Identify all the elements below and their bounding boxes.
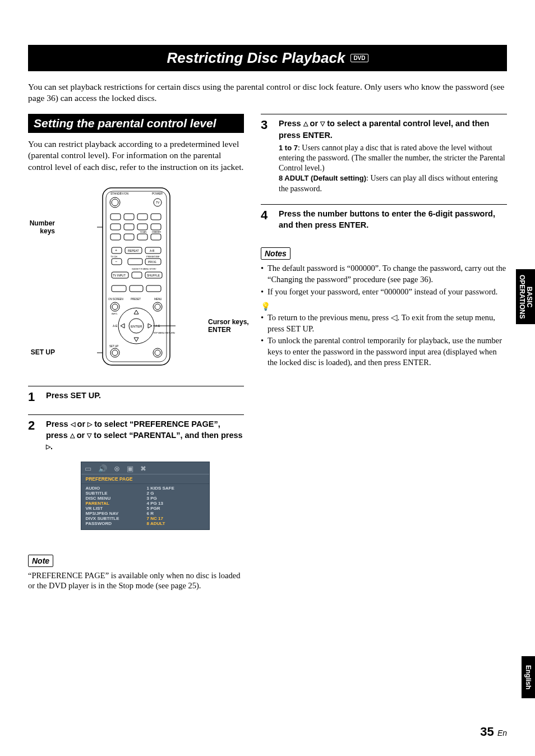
svg-marker-57 xyxy=(121,324,124,328)
svg-point-62 xyxy=(110,348,119,357)
section-header: Setting the parental control level xyxy=(28,114,244,133)
svg-rect-11 xyxy=(151,214,161,220)
svg-text:TV: TV xyxy=(156,201,160,204)
svg-rect-17 xyxy=(124,234,134,240)
svg-text:GUIDE   P.TV  MENU   STORY: GUIDE P.TV MENU STORY xyxy=(132,268,156,270)
tab-icon: ✖ xyxy=(140,464,146,473)
svg-rect-19 xyxy=(151,234,161,240)
section-intro: You can restrict playback according to a… xyxy=(28,139,244,172)
svg-point-65 xyxy=(155,350,160,356)
step-head: Press ◁ or ▷ to select “PREFERENCE PAGE”… xyxy=(46,418,244,453)
svg-text:PRESET/INF: PRESET/INF xyxy=(146,255,160,258)
hint-icon: 💡 xyxy=(261,302,507,311)
svg-marker-56 xyxy=(134,338,139,342)
svg-text:ENTER: ENTER xyxy=(131,325,142,328)
svg-point-63 xyxy=(112,350,118,356)
hints-list: To return to the previous menu, press ◁.… xyxy=(261,312,507,368)
svg-point-49 xyxy=(153,302,162,311)
svg-text:REPEAT: REPEAT xyxy=(128,249,139,252)
svg-point-50 xyxy=(155,304,160,310)
svg-rect-13 xyxy=(124,224,134,230)
page-title: Restricting Disc Playback xyxy=(167,49,345,67)
svg-marker-58 xyxy=(148,324,152,328)
left-triangle-icon: ◁ xyxy=(71,421,75,427)
svg-rect-31 xyxy=(112,285,126,292)
svg-text:PROG: PROG xyxy=(148,260,156,264)
svg-rect-10 xyxy=(137,214,147,220)
osd-grid: AUDIO1 KIDS SAFE SUBTITLE2 G DISC MENU3 … xyxy=(81,484,209,529)
osd-preference-page: ▭ 🔊 ⊗ ▣ ✖ PREFERENCE PAGE AUDIO1 KIDS SA… xyxy=(81,462,210,530)
svg-rect-14 xyxy=(137,224,147,230)
svg-text:INFO.: INFO. xyxy=(112,312,118,315)
osd-title: PREFERENCE PAGE xyxy=(81,474,209,484)
svg-rect-16 xyxy=(110,234,121,240)
step-4: 4 Press the number buttons to enter the … xyxy=(261,204,507,233)
tab-icon: ▭ xyxy=(85,464,91,473)
svg-text:MENU: MENU xyxy=(154,298,162,301)
svg-rect-32 xyxy=(130,285,143,292)
svg-text:SCAN: SCAN xyxy=(140,231,146,233)
step-number: 3 xyxy=(261,118,272,194)
svg-rect-9 xyxy=(124,214,134,220)
svg-text:SET UP: SET UP xyxy=(109,345,118,348)
step-number: 2 xyxy=(28,418,39,540)
svg-point-64 xyxy=(153,348,162,357)
step-head: Press the number buttons to enter the 6-… xyxy=(279,208,507,231)
list-item: If you forget your password, enter “0000… xyxy=(261,287,507,298)
svg-text:ON SCREEN: ON SCREEN xyxy=(108,298,123,301)
label-setup: SET UP xyxy=(21,348,55,356)
side-tab-basic-operations: BASICOPERATIONS xyxy=(516,269,535,324)
step-number: 4 xyxy=(261,208,272,233)
tab-icon: ⊗ xyxy=(114,464,120,473)
page-title-bar: Restricting Disc Playback DVD xyxy=(28,45,507,71)
step-3: 3 Press △ or ▽ to select a parental cont… xyxy=(261,114,507,194)
list-item: The default password is “000000”. To cha… xyxy=(261,263,507,285)
list-item: To return to the previous menu, press ◁.… xyxy=(261,312,507,334)
svg-point-3 xyxy=(112,199,118,206)
svg-rect-33 xyxy=(146,285,161,292)
step-number: 1 xyxy=(28,390,39,404)
right-triangle-icon: ▷ xyxy=(87,421,92,427)
step-head: Press SET UP. xyxy=(46,390,244,401)
svg-rect-12 xyxy=(110,224,121,230)
svg-rect-18 xyxy=(137,234,147,240)
step-2: 2 Press ◁ or ▷ to select “PREFERENCE PAG… xyxy=(28,414,244,540)
svg-text:A-B: A-B xyxy=(150,249,155,252)
step-head: Press △ or ▽ to select a parental contro… xyxy=(279,118,507,141)
list-item: To unlock the parental control temporari… xyxy=(261,335,507,368)
osd-tabs: ▭ 🔊 ⊗ ▣ ✖ xyxy=(81,462,209,474)
page-number: 35 En xyxy=(480,725,507,739)
notes-list: The default password is “000000”. To cha… xyxy=(261,263,507,297)
svg-rect-26 xyxy=(128,259,142,265)
right-triangle-icon: ▷ xyxy=(46,443,50,450)
svg-point-47 xyxy=(110,302,119,311)
dvd-badge: DVD xyxy=(350,54,368,62)
svg-rect-8 xyxy=(110,214,121,220)
svg-text:TV CH: TV CH xyxy=(110,255,117,258)
up-triangle-icon: △ xyxy=(303,120,308,127)
remote-svg: STANDBY/ON POWER TV SCAN DIMMER xyxy=(97,187,176,366)
svg-rect-29 xyxy=(132,272,142,278)
up-triangle-icon: △ xyxy=(70,432,75,439)
svg-text:STANDBY/ON: STANDBY/ON xyxy=(110,192,129,195)
note-label: Note xyxy=(28,555,53,567)
down-triangle-icon: ▽ xyxy=(320,120,325,127)
tab-icon: ▣ xyxy=(127,464,133,473)
svg-text:+: + xyxy=(115,248,117,252)
label-number-keys: Number keys xyxy=(21,219,55,236)
step-1: 1 Press SET UP. xyxy=(28,386,244,404)
remote-illustration: STANDBY/ON POWER TV SCAN DIMMER xyxy=(28,187,244,366)
svg-text:POWER: POWER xyxy=(152,192,163,195)
svg-text:DIMMER: DIMMER xyxy=(152,231,161,233)
svg-point-48 xyxy=(112,304,118,310)
step-detail: 1 to 7: Users cannot play a disc that is… xyxy=(279,143,507,194)
notes-label: Notes xyxy=(261,247,290,260)
svg-rect-15 xyxy=(151,224,161,230)
note-text: “PREFERENCE PAGE” is available only when… xyxy=(28,570,244,592)
svg-text:PRESET: PRESET xyxy=(131,298,141,301)
svg-text:TOP MENU RETURN: TOP MENU RETURN xyxy=(153,331,175,334)
svg-text:A-E: A-E xyxy=(113,324,118,328)
svg-text:TV INPUT: TV INPUT xyxy=(113,274,126,277)
intro-text: You can set playback restrictions for ce… xyxy=(28,81,507,104)
svg-marker-55 xyxy=(134,310,139,314)
